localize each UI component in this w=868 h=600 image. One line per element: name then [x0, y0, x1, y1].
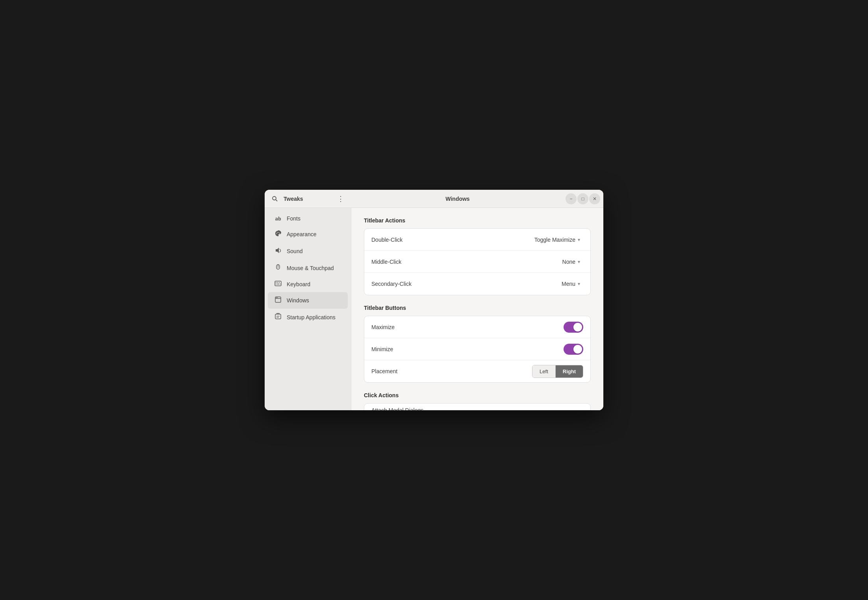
sound-icon — [274, 247, 282, 256]
section-titlebar-actions-title: Titlebar Actions — [364, 217, 591, 224]
maximize-button[interactable]: □ — [577, 193, 588, 204]
sidebar-item-keyboard[interactable]: Keyboard — [268, 277, 348, 292]
double-click-arrow-icon: ▾ — [578, 237, 580, 243]
svg-marker-6 — [276, 248, 279, 253]
sidebar-item-mouse-touchpad[interactable]: Mouse & Touchpad — [268, 260, 348, 276]
page-title: Windows — [445, 196, 469, 202]
sidebar-item-appearance[interactable]: Appearance — [268, 226, 348, 243]
keyboard-icon — [274, 281, 282, 288]
section-click-actions-title: Click Actions — [364, 392, 591, 398]
svg-rect-15 — [277, 284, 279, 285]
placement-left-button[interactable]: Left — [532, 365, 556, 378]
secondary-click-value: Menu — [562, 281, 575, 287]
titlebar-center: Windows — [351, 196, 564, 202]
svg-point-19 — [276, 297, 277, 298]
sidebar-item-windows[interactable]: Windows — [268, 292, 348, 309]
svg-line-1 — [276, 200, 277, 201]
svg-rect-11 — [276, 282, 276, 283]
double-click-label: Double-Click — [371, 237, 402, 243]
attach-modal-row: Attach Modal Dialogs When on, modal dial… — [364, 404, 590, 410]
maximize-row: Maximize — [364, 316, 590, 338]
svg-point-3 — [277, 232, 278, 233]
svg-point-0 — [273, 196, 276, 200]
svg-rect-21 — [275, 314, 281, 319]
svg-rect-12 — [277, 282, 278, 283]
main-content: Titlebar Actions Double-Click Toggle Max… — [351, 208, 603, 410]
sidebar-item-label: Startup Applications — [287, 314, 336, 320]
minimize-toggle-track — [564, 344, 583, 355]
svg-point-4 — [278, 232, 279, 233]
close-button[interactable]: ✕ — [589, 193, 600, 204]
menu-button[interactable]: ⋮ — [336, 193, 346, 205]
middle-click-label: Middle-Click — [371, 259, 401, 265]
placement-right-button[interactable]: Right — [556, 365, 583, 378]
secondary-click-dropdown[interactable]: Menu ▾ — [558, 279, 583, 289]
content: ab Fonts Appearance — [265, 208, 603, 410]
minimize-row: Minimize — [364, 338, 590, 360]
sidebar-item-label: Sound — [287, 248, 302, 254]
svg-point-9 — [278, 267, 278, 268]
minimize-toggle[interactable] — [564, 344, 583, 355]
svg-point-20 — [277, 297, 278, 298]
secondary-click-row: Secondary-Click Menu ▾ — [364, 273, 590, 295]
placement-group: Left Right — [532, 365, 583, 378]
maximize-label: Maximize — [371, 324, 395, 330]
app-title: Tweaks — [284, 196, 303, 202]
svg-point-2 — [276, 233, 277, 234]
sidebar: ab Fonts Appearance — [265, 208, 351, 410]
sidebar-item-label: Windows — [287, 297, 309, 304]
sidebar-item-fonts[interactable]: ab Fonts — [268, 211, 348, 226]
titlebar-right: − □ ✕ — [564, 193, 603, 204]
mouse-icon — [274, 264, 282, 272]
menu-icon: ⋮ — [337, 194, 344, 203]
maximize-toggle[interactable] — [564, 322, 583, 333]
maximize-toggle-thumb — [573, 323, 582, 331]
titlebar: Tweaks ⋮ Windows − □ ✕ — [265, 190, 603, 208]
sidebar-item-label: Appearance — [287, 231, 317, 237]
minimize-label: Minimize — [371, 346, 393, 352]
svg-rect-13 — [279, 282, 280, 283]
sidebar-item-label: Keyboard — [287, 281, 310, 287]
app-window: Tweaks ⋮ Windows − □ ✕ ab Fonts — [265, 190, 603, 410]
svg-rect-10 — [275, 281, 281, 286]
middle-click-row: Middle-Click None ▾ — [364, 251, 590, 273]
placement-row: Placement Left Right — [364, 360, 590, 382]
titlebar-actions-group: Double-Click Toggle Maximize ▾ Middle-Cl… — [364, 228, 591, 295]
fonts-icon: ab — [274, 216, 282, 222]
svg-point-5 — [279, 233, 280, 234]
click-actions-group: Attach Modal Dialogs When on, modal dial… — [364, 403, 591, 410]
attach-modal-label: Attach Modal Dialogs — [371, 407, 557, 411]
sidebar-item-label: Mouse & Touchpad — [287, 265, 334, 271]
minimize-toggle-thumb — [573, 345, 582, 354]
double-click-row: Double-Click Toggle Maximize ▾ — [364, 229, 590, 251]
sidebar-item-sound[interactable]: Sound — [268, 243, 348, 259]
secondary-click-label: Secondary-Click — [371, 281, 412, 287]
secondary-click-arrow-icon: ▾ — [578, 281, 580, 287]
placement-label: Placement — [371, 368, 397, 374]
sidebar-item-label: Fonts — [287, 215, 300, 222]
middle-click-arrow-icon: ▾ — [578, 259, 580, 265]
search-button[interactable] — [270, 194, 280, 204]
startup-icon — [274, 313, 282, 322]
appearance-icon — [274, 230, 282, 239]
titlebar-left: Tweaks ⋮ — [265, 193, 351, 205]
double-click-value: Toggle Maximize — [534, 237, 575, 243]
middle-click-dropdown[interactable]: None ▾ — [559, 257, 583, 267]
minimize-button[interactable]: − — [566, 193, 577, 204]
svg-rect-16 — [280, 284, 280, 285]
windows-icon — [274, 296, 282, 305]
maximize-toggle-track — [564, 322, 583, 333]
sidebar-item-startup[interactable]: Startup Applications — [268, 309, 348, 326]
double-click-dropdown[interactable]: Toggle Maximize ▾ — [531, 235, 583, 244]
svg-rect-14 — [276, 284, 276, 285]
section-titlebar-buttons-title: Titlebar Buttons — [364, 305, 591, 311]
middle-click-value: None — [562, 259, 575, 265]
titlebar-buttons-group: Maximize Minimize — [364, 316, 591, 383]
attach-modal-label-block: Attach Modal Dialogs When on, modal dial… — [371, 407, 557, 411]
